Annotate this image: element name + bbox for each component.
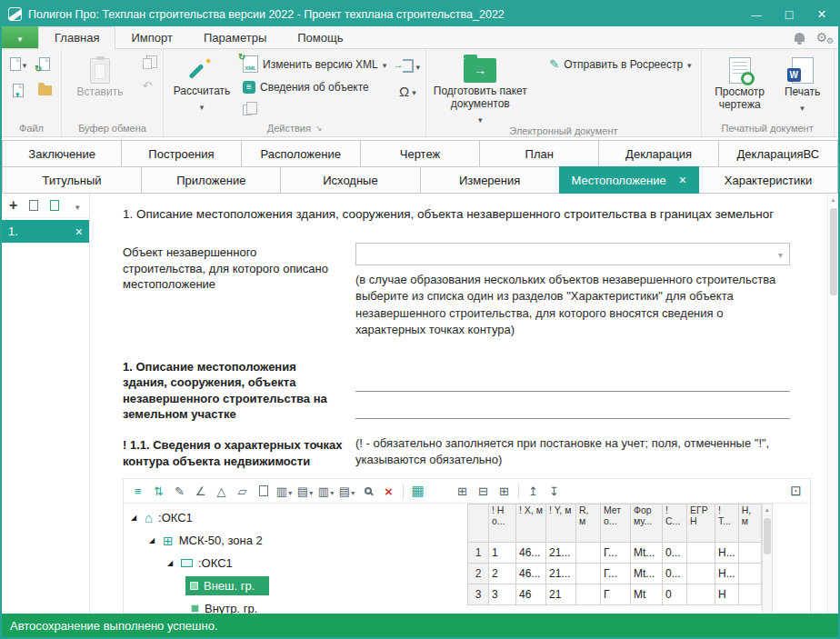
- notifications-bell-icon[interactable]: [795, 33, 805, 42]
- tab-titulny[interactable]: Титульный: [2, 166, 142, 194]
- copy-button[interactable]: [136, 54, 158, 74]
- copy-section-button[interactable]: [238, 99, 391, 120]
- scrollbar-thumb[interactable]: [830, 208, 837, 295]
- tab-postroeniya[interactable]: Построения: [121, 140, 241, 167]
- table-view-icon[interactable]: [408, 482, 427, 501]
- cell[interactable]: 21...: [546, 543, 576, 564]
- close-button[interactable]: [805, 2, 838, 26]
- cell[interactable]: [738, 584, 761, 605]
- renumber-points-icon[interactable]: [128, 482, 147, 501]
- cell[interactable]: Г...: [601, 543, 631, 564]
- tab-raspolozhenie[interactable]: Расположение: [241, 140, 361, 167]
- tree-expander-icon[interactable]: [149, 536, 157, 544]
- menu-tab-pomosch[interactable]: Помощь: [282, 26, 358, 48]
- cell[interactable]: 21...: [546, 564, 576, 584]
- insert-row-below-icon[interactable]: [495, 482, 514, 501]
- tab-mestopolozhenie[interactable]: Местоположение: [559, 166, 699, 194]
- cell[interactable]: 1: [489, 543, 516, 564]
- move-row-up-icon[interactable]: [524, 482, 543, 501]
- reverse-order-icon[interactable]: [149, 482, 168, 501]
- add-section-button[interactable]: [5, 196, 23, 215]
- project-folder-button[interactable]: [34, 80, 55, 100]
- angle-measure-icon[interactable]: [191, 482, 210, 501]
- cell[interactable]: Н...: [715, 543, 739, 564]
- calculate-button[interactable]: Рассчитать: [168, 52, 235, 117]
- cell[interactable]: 0...: [663, 543, 687, 564]
- scrollbar-thumb[interactable]: [764, 518, 771, 554]
- cell[interactable]: [576, 564, 601, 584]
- import-column-icon[interactable]: [316, 482, 335, 501]
- insert-row-above-icon[interactable]: [453, 482, 472, 501]
- tab-close-icon[interactable]: [679, 173, 686, 187]
- row-header[interactable]: 1: [468, 543, 489, 564]
- page-scrollbar[interactable]: [827, 194, 838, 614]
- import-exchange-button[interactable]: [394, 54, 421, 77]
- description-input-line-1[interactable]: [355, 370, 790, 392]
- tree-item-selected[interactable]: Внеш. гр.: [185, 576, 269, 595]
- description-input-line-2[interactable]: [355, 397, 790, 419]
- cell[interactable]: [687, 564, 715, 584]
- open-project-button[interactable]: [34, 54, 55, 74]
- tree-item-oks-contour[interactable]: :ОКС1: [124, 552, 467, 574]
- cell[interactable]: [738, 543, 761, 564]
- tree-item-inner-boundary[interactable]: Внутр. гр.: [124, 597, 467, 614]
- print-button[interactable]: Печать: [776, 52, 829, 117]
- tree-item-outer-boundary[interactable]: Внеш. гр.: [124, 574, 467, 597]
- menu-tab-parametry[interactable]: Параметры: [188, 26, 282, 48]
- fullscreen-table-icon[interactable]: [786, 482, 805, 501]
- save-project-button[interactable]: [7, 80, 29, 100]
- insert-column-icon[interactable]: [275, 482, 294, 501]
- send-to-rosreestr-button[interactable]: Отправить в Росреестр: [545, 54, 695, 75]
- cell[interactable]: Mt...: [631, 543, 663, 564]
- row-header[interactable]: 2: [468, 564, 489, 584]
- copy-contour-icon[interactable]: [254, 482, 273, 501]
- tab-deklaratsiya-vs[interactable]: ДекларацияВС: [718, 140, 838, 167]
- row-header[interactable]: 3: [468, 584, 489, 605]
- tab-chertezh[interactable]: Чертеж: [360, 140, 480, 167]
- tree-item-oks-root[interactable]: :ОКС1: [124, 506, 467, 529]
- cell[interactable]: 0: [663, 584, 687, 605]
- new-project-button[interactable]: [7, 54, 29, 74]
- menu-tab-import[interactable]: Импорт: [115, 26, 187, 48]
- export-column-icon[interactable]: [337, 482, 356, 501]
- cell[interactable]: [738, 564, 761, 584]
- polygon-icon[interactable]: [233, 482, 252, 501]
- cell[interactable]: Н...: [715, 564, 739, 584]
- geodesy-icon[interactable]: [212, 482, 231, 501]
- cell[interactable]: Mt...: [631, 564, 663, 584]
- preview-drawing-button[interactable]: Просмотр чертежа: [706, 52, 774, 117]
- undo-button[interactable]: [136, 75, 158, 95]
- cell[interactable]: 21: [546, 584, 576, 605]
- cell[interactable]: 0...: [663, 564, 687, 584]
- tab-prilozhenie[interactable]: Приложение: [141, 166, 281, 194]
- move-row-down-icon[interactable]: [545, 482, 564, 501]
- object-select-combobox[interactable]: [355, 243, 790, 265]
- special-symbols-button[interactable]: Ω: [394, 79, 421, 103]
- maximize-button[interactable]: [773, 2, 805, 26]
- cell[interactable]: 3: [489, 584, 516, 605]
- collapse-list-button[interactable]: [69, 196, 87, 215]
- minimize-button[interactable]: [740, 2, 773, 26]
- tab-plan[interactable]: План: [479, 140, 599, 167]
- scroll-up-icon[interactable]: [763, 504, 772, 516]
- cell[interactable]: 46: [516, 584, 546, 605]
- cell[interactable]: Г...: [601, 564, 631, 584]
- cell[interactable]: 46...: [516, 564, 546, 584]
- dialog-launcher-icon[interactable]: [315, 124, 323, 133]
- object-info-button[interactable]: Сведения об объекте: [238, 76, 391, 97]
- change-xml-version-button[interactable]: Изменить версию XML: [238, 54, 391, 75]
- section-close-icon[interactable]: [75, 225, 83, 239]
- find-icon[interactable]: [358, 482, 377, 501]
- tree-expander-icon[interactable]: [167, 559, 175, 567]
- tab-zaklyuchenie[interactable]: Заключение: [2, 140, 122, 167]
- cell[interactable]: Г: [601, 584, 631, 605]
- scroll-up-icon[interactable]: [828, 194, 838, 206]
- section-item-1[interactable]: 1.: [2, 220, 89, 243]
- table-scrollbar[interactable]: [762, 504, 773, 614]
- tree-item-msk-zone[interactable]: МСК-50, зона 2: [124, 529, 467, 552]
- duplicate-section-button[interactable]: [25, 196, 44, 215]
- menu-tab-glavnaya[interactable]: Главная: [38, 26, 115, 49]
- prepare-package-button[interactable]: Подготовить пакет документов: [431, 52, 529, 125]
- cell[interactable]: Mt: [631, 584, 663, 605]
- cell[interactable]: [576, 543, 601, 564]
